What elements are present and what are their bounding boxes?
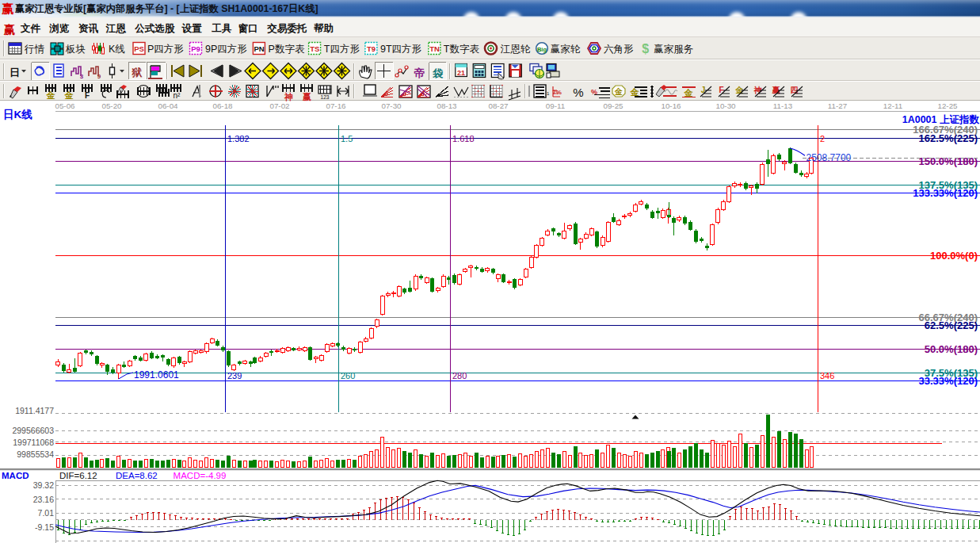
svg-text:赢家轮: 赢家轮: [551, 44, 581, 55]
svg-text:袋: 袋: [432, 67, 444, 79]
svg-text:TS: TS: [310, 44, 319, 53]
svg-text:日K线: 日K线: [3, 109, 32, 120]
svg-text:100.0%(0): 100.0%(0): [930, 250, 978, 262]
svg-text:TN: TN: [429, 44, 440, 53]
svg-text:帮助: 帮助: [313, 23, 334, 34]
svg-text:62.5%(225): 62.5%(225): [925, 319, 978, 331]
svg-text:金: 金: [684, 88, 694, 98]
svg-text:交易委托: 交易委托: [266, 22, 307, 34]
svg-text:7.01: 7.01: [38, 508, 55, 518]
svg-text:33.33%(120): 33.33%(120): [919, 375, 978, 387]
svg-text:T四方形: T四方形: [324, 44, 360, 55]
svg-text:1.382: 1.382: [227, 134, 250, 143]
svg-text:P9: P9: [191, 44, 200, 53]
svg-text:赢家江恩专业版[赢家内部服务平台] - [上证指数 SH1: 赢家江恩专业版[赢家内部服务平台] - [上证指数 SH1A0001-167日K…: [14, 3, 318, 14]
svg-text:赢: 赢: [3, 23, 15, 36]
svg-text:P四方形: P四方形: [147, 44, 184, 55]
svg-text:239: 239: [227, 371, 242, 380]
svg-text:工具: 工具: [212, 23, 233, 34]
svg-text:280: 280: [452, 371, 467, 380]
svg-text:2508.7700: 2508.7700: [806, 152, 852, 163]
svg-text:11-13: 11-13: [773, 101, 793, 110]
svg-text:08-27: 08-27: [488, 101, 508, 110]
svg-text:DIF=6.12: DIF=6.12: [59, 471, 97, 480]
svg-text:50.0%(180): 50.0%(180): [925, 343, 978, 355]
svg-text:133.33%(120): 133.33%(120): [913, 187, 978, 199]
svg-text:T数字表: T数字表: [444, 44, 480, 55]
svg-text:F: F: [85, 91, 90, 100]
svg-text:MACD=-4.99: MACD=-4.99: [174, 471, 227, 480]
svg-text:赢家服务: 赢家服务: [654, 44, 693, 55]
svg-text:帝: 帝: [414, 67, 425, 79]
svg-text:设置: 设置: [181, 23, 202, 34]
svg-text:-9.15: -9.15: [35, 522, 54, 532]
svg-text:赢: 赢: [302, 92, 311, 101]
svg-text:199711068: 199711068: [13, 438, 54, 447]
svg-text:07-16: 07-16: [326, 101, 346, 110]
svg-text:金: 金: [630, 87, 640, 97]
svg-text:123: 123: [321, 94, 330, 100]
svg-text:150.0%(180): 150.0%(180): [919, 155, 978, 167]
svg-text:11-27: 11-27: [828, 101, 847, 110]
svg-text:299566603: 299566603: [12, 426, 54, 435]
svg-text:n²: n²: [174, 91, 181, 100]
svg-text:10-16: 10-16: [661, 101, 681, 110]
svg-text:P数字表: P数字表: [269, 44, 305, 55]
svg-text:09-25: 09-25: [603, 101, 623, 110]
svg-text:江恩轮: 江恩轮: [501, 44, 531, 55]
svg-text:2: 2: [820, 134, 825, 143]
svg-text:行情: 行情: [24, 44, 45, 55]
svg-text:狱: 狱: [132, 67, 143, 78]
svg-text:Big: Big: [537, 46, 547, 53]
svg-text:金: 金: [64, 90, 74, 100]
svg-text:赢: 赢: [1, 2, 14, 15]
svg-text:260: 260: [341, 371, 355, 380]
svg-text:1991.0601: 1991.0601: [134, 369, 179, 380]
svg-text:3: 3: [80, 73, 84, 80]
svg-text:7%: 7%: [552, 89, 562, 96]
svg-text:23.16: 23.16: [33, 495, 54, 504]
svg-text:05-20: 05-20: [101, 101, 122, 110]
svg-text:六角形: 六角形: [604, 44, 634, 55]
svg-text:T9: T9: [367, 44, 376, 53]
svg-text:07-02: 07-02: [269, 101, 289, 110]
svg-text:08-13: 08-13: [437, 101, 457, 110]
svg-text:资讯: 资讯: [78, 23, 99, 34]
svg-text:窗口: 窗口: [238, 23, 258, 34]
svg-text:江恩: 江恩: [105, 23, 127, 34]
svg-text:346: 346: [820, 371, 834, 380]
svg-text:1.618: 1.618: [452, 134, 475, 143]
svg-text:09-11: 09-11: [546, 101, 565, 110]
svg-text:日: 日: [10, 67, 20, 78]
svg-text:06-18: 06-18: [212, 101, 233, 110]
svg-text:K线: K线: [109, 44, 125, 55]
svg-text:PS: PS: [134, 44, 144, 53]
svg-text:99855534: 99855534: [17, 449, 54, 459]
svg-text:162.5%(225): 162.5%(225): [919, 132, 978, 144]
svg-text:MACD: MACD: [2, 471, 29, 480]
svg-text:金: 金: [614, 87, 623, 96]
svg-text:$: $: [642, 42, 649, 55]
svg-text:39.32: 39.32: [33, 480, 54, 490]
svg-text:公式选股: 公式选股: [134, 23, 176, 34]
svg-text:金: 金: [46, 90, 56, 100]
svg-text:12-25: 12-25: [937, 101, 958, 110]
svg-text:10-30: 10-30: [715, 101, 736, 110]
svg-text:浏览: 浏览: [49, 23, 70, 34]
svg-text:21: 21: [457, 69, 465, 77]
svg-text:文件: 文件: [20, 22, 41, 34]
svg-text:9: 9: [97, 73, 101, 80]
svg-text:%: %: [573, 86, 583, 99]
svg-text:12-11: 12-11: [883, 101, 902, 110]
svg-text:神: 神: [284, 92, 293, 101]
svg-text:06-04: 06-04: [158, 101, 178, 110]
svg-text:05-06: 05-06: [55, 101, 75, 110]
svg-text:DEA=8.62: DEA=8.62: [116, 471, 158, 480]
svg-text:1911.4177: 1911.4177: [15, 406, 54, 415]
svg-text:9T四方形: 9T四方形: [380, 44, 422, 55]
svg-text:PN: PN: [254, 44, 264, 53]
svg-text:板块: 板块: [65, 44, 86, 55]
svg-text:9P四方形: 9P四方形: [205, 44, 247, 55]
svg-text:07-30: 07-30: [381, 101, 402, 110]
svg-text:1.5: 1.5: [341, 134, 353, 143]
